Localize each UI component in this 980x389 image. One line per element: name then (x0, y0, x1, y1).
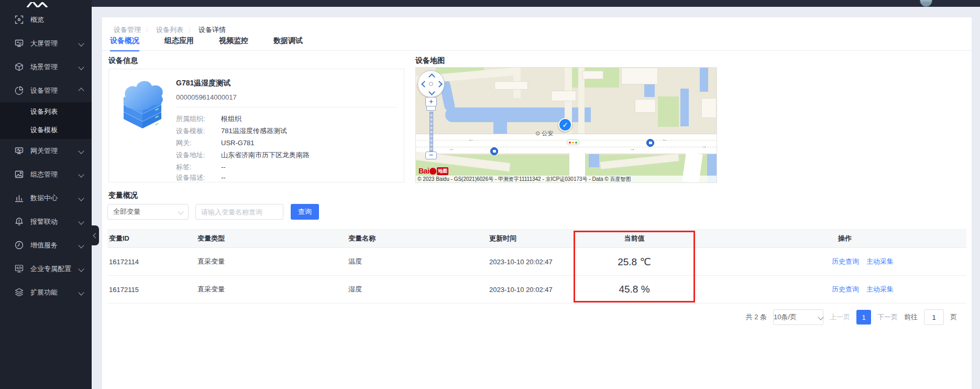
map-green-area (658, 96, 679, 127)
goto-page-input[interactable] (924, 309, 944, 325)
sidebar-subitem-device-template[interactable]: 设备模板 (0, 121, 92, 139)
cell-update-time: 2023-10-10 20:02:47 (489, 286, 553, 294)
cell-actions: 历史查询 主动采集 (832, 285, 894, 294)
sidebar-item-extension[interactable]: 扩展功能 (0, 280, 92, 304)
pan-center-dot (429, 82, 433, 86)
field-tags: 标签: -- (176, 163, 226, 171)
chevron-up-icon (78, 88, 84, 93)
chevron-left-icon (93, 233, 98, 238)
history-query-link[interactable]: 历史查询 (832, 285, 859, 294)
chevron-down-icon (78, 195, 84, 201)
cell-update-time: 2023-10-10 20:02:47 (489, 258, 553, 266)
col-current-value: 当前值 (574, 234, 695, 243)
manual-collect-link[interactable]: 主动采集 (866, 285, 894, 294)
user-avatar[interactable] (920, 0, 932, 7)
cell-variable-id: 16172115 (109, 286, 139, 294)
pan-right-icon[interactable] (436, 81, 443, 88)
map-direction-arrow: ← (468, 136, 474, 142)
zoom-slider-track[interactable] (430, 112, 433, 152)
map-building (551, 91, 576, 101)
sidebar-subitem-label: 设备模板 (30, 125, 58, 135)
monitor-pulse-icon (15, 146, 24, 155)
tab-configuration-app[interactable]: 组态应用 (164, 36, 194, 50)
sidebar: 概览 大屏管理 场景管理 设备管理 设备列表 (0, 0, 92, 389)
device-location-marker[interactable]: ✓ (558, 118, 572, 132)
field-description: 设备描述: -- (176, 174, 226, 182)
sidebar-item-bigscreen[interactable]: 大屏管理 (0, 31, 92, 55)
sidebar-subitem-device-list[interactable]: 设备列表 (0, 102, 92, 121)
breadcrumb-device-mgmt[interactable]: 设备管理 (114, 25, 141, 35)
sidebar-submenu-device: 设备列表 设备模板 (0, 102, 92, 139)
col-actions: 操作 (838, 234, 852, 243)
col-update-time: 更新时间 (489, 234, 516, 243)
device-info-panel: G781温湿度测试 0000059614000017 所属组织: 根组织 设备模… (108, 69, 404, 182)
pan-left-icon[interactable] (421, 81, 428, 88)
sidebar-item-overview[interactable]: 概览 (0, 8, 92, 31)
map-main-road (416, 134, 717, 154)
sidebar-item-label: 大屏管理 (30, 39, 58, 48)
cell-variable-id: 16172114 (109, 258, 139, 266)
history-query-link[interactable]: 历史查询 (832, 257, 859, 266)
sidebar-item-datacenter[interactable]: 数据中心 (0, 186, 92, 210)
sidebar-item-label: 组态管理 (30, 170, 58, 179)
pie-chart-icon (15, 86, 24, 95)
sidebar-collapse-handle[interactable] (92, 225, 99, 245)
chevron-down-icon (78, 171, 84, 177)
variable-search-input[interactable] (195, 204, 283, 220)
device-info-title: 设备信息 (108, 56, 138, 66)
variable-type-select[interactable]: 全部变量 (107, 204, 189, 220)
tab-video-monitor[interactable]: 视频监控 (219, 36, 248, 50)
sidebar-item-gateway[interactable]: 网关管理 (0, 139, 92, 163)
cell-current-value: 25.8 ℃ (574, 256, 695, 268)
baidu-map-canvas[interactable]: ← ← ← → → → ⊙ 公安 ✓ + − Bai 地图 (415, 67, 717, 183)
sidebar-item-scene[interactable]: 场景管理 (0, 55, 92, 79)
baidu-paw-icon (430, 168, 436, 175)
chevron-down-icon (78, 289, 84, 295)
map-pan-control[interactable] (417, 70, 445, 98)
tab-device-overview[interactable]: 设备概况 (110, 36, 139, 51)
col-variable-type: 变量类型 (197, 234, 225, 243)
device-name: G781温湿度测试 (176, 79, 230, 88)
zoom-slider-handle[interactable] (426, 106, 436, 111)
device-map-title: 设备地图 (415, 56, 445, 66)
field-gateway: 网关: USR-G781 (176, 139, 255, 147)
sidebar-item-label: 增值服务 (30, 241, 58, 250)
sidebar-item-enterprise[interactable]: 企业专属配置 (0, 257, 92, 280)
search-button[interactable]: 查询 (291, 204, 319, 220)
sidebar-item-device[interactable]: 设备管理 (0, 79, 92, 102)
bus-station-icon (646, 139, 654, 147)
map-direction-arrow: → (701, 143, 707, 149)
page-size-select[interactable]: 10条/页 (773, 309, 823, 325)
zoom-in-button[interactable]: + (425, 97, 437, 106)
goto-unit: 页 (950, 312, 957, 322)
sidebar-item-label: 企业专属配置 (30, 264, 71, 274)
pan-down-icon[interactable] (428, 89, 435, 95)
chevron-down-icon (818, 314, 823, 320)
variables-table: 变量ID 变量类型 变量名称 更新时间 当前值 操作 16172114 直采变量… (107, 229, 966, 304)
sidebar-item-valueadded[interactable]: 增值服务 (0, 233, 92, 257)
breadcrumb-device-list[interactable]: 设备列表 (156, 25, 183, 35)
sidebar-nav: 概览 大屏管理 场景管理 设备管理 设备列表 (0, 8, 92, 304)
table-header: 变量ID 变量类型 变量名称 更新时间 当前值 操作 (107, 229, 966, 248)
manual-collect-link[interactable]: 主动采集 (866, 257, 894, 266)
sidebar-item-label: 扩展功能 (30, 288, 58, 297)
tab-data-debug[interactable]: 数据调试 (273, 36, 303, 50)
map-poi-police: ⊙ 公安 (535, 129, 553, 137)
cell-actions: 历史查询 主动采集 (832, 257, 894, 266)
prev-page-button[interactable]: 上一页 (830, 312, 850, 322)
map-building (494, 81, 528, 90)
sidebar-item-label: 报警联动 (30, 217, 58, 226)
zoom-out-button[interactable]: − (425, 152, 437, 159)
sidebar-item-alarm[interactable]: 报警联动 (0, 210, 92, 233)
chevron-down-icon (78, 40, 84, 46)
sidebar-item-configuration[interactable]: 组态管理 (0, 163, 92, 186)
pan-up-icon[interactable] (428, 73, 435, 80)
next-page-button[interactable]: 下一页 (877, 312, 898, 322)
sidebar-subitem-label: 设备列表 (30, 107, 58, 116)
map-direction-arrow: → (630, 146, 635, 152)
map-building (582, 71, 603, 79)
pagination: 共 2 条 10条/页 上一页 1 下一页 前往 页 (746, 309, 957, 325)
monitor-wave-icon (15, 39, 24, 48)
page-number-1[interactable]: 1 (856, 310, 871, 325)
map-direction-arrow: → (448, 146, 454, 152)
